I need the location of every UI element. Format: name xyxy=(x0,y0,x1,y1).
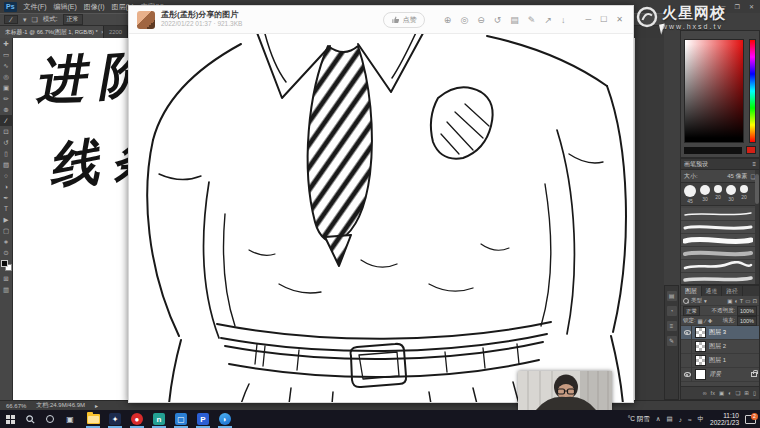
maximize-button[interactable]: ☐ xyxy=(600,15,607,24)
lock-pixels-icon[interactable]: ∕ xyxy=(705,318,706,324)
quick-mask-tool[interactable]: ⊞ xyxy=(0,273,13,284)
status-arrow-icon[interactable]: ▸ xyxy=(95,402,98,409)
fill-value[interactable]: 100% xyxy=(737,316,757,326)
type-tool[interactable]: T xyxy=(0,203,13,214)
hand-tool[interactable]: ∗ xyxy=(0,236,13,247)
current-color-swatch[interactable] xyxy=(746,146,756,154)
path-selection-tool[interactable]: ▶ xyxy=(0,214,13,225)
close-button[interactable]: ✕ xyxy=(616,15,623,24)
history-brush-tool[interactable]: ↺ xyxy=(0,137,13,148)
zoom-in-icon[interactable]: ⊕ xyxy=(444,15,452,25)
rotate-icon[interactable]: ↺ xyxy=(494,15,502,25)
share-icon[interactable]: ↗ xyxy=(544,15,552,25)
active-tool-icon[interactable]: ∕ xyxy=(4,15,18,24)
brush-panel-toggle-icon[interactable]: ❏ xyxy=(32,16,38,24)
collapsed-panel-icon[interactable]: ▤ xyxy=(667,291,677,301)
filter-smart-icon[interactable]: ⊡ xyxy=(752,298,757,304)
brush-tip[interactable]: 30 xyxy=(700,185,710,202)
zoom-level[interactable]: 66.67% xyxy=(6,403,26,409)
collapsed-panel-icon[interactable]: ◔ xyxy=(667,306,677,316)
document-tab-inactive[interactable]: 2200 xyxy=(104,26,128,38)
layer-row[interactable]: 背景 xyxy=(681,368,759,382)
layer-filter-label[interactable]: 类型 xyxy=(691,297,702,304)
quick-selection-tool[interactable]: ◎ xyxy=(0,71,13,82)
like-button[interactable]: 点赞 xyxy=(383,12,425,28)
taskbar-app-paint-tool[interactable]: ✦ xyxy=(104,410,126,428)
minimize-button[interactable]: ─ xyxy=(585,15,591,24)
taskbar-app-browser[interactable]: ▢ xyxy=(170,410,192,428)
blur-tool[interactable]: ○ xyxy=(0,170,13,181)
save-icon[interactable]: ↓ xyxy=(561,15,566,25)
color-swatches[interactable] xyxy=(1,260,12,271)
extract-text-icon[interactable]: ▤ xyxy=(510,15,519,25)
tool-caret-icon[interactable]: ▾ xyxy=(23,16,27,24)
taskbar-search-button[interactable] xyxy=(20,410,40,428)
zoom-out-icon[interactable]: ⊖ xyxy=(477,15,485,25)
taskbar-app-n[interactable]: n xyxy=(148,410,170,428)
filter-kind-icon[interactable]: ▣ xyxy=(727,298,732,304)
volume-icon[interactable]: ♪ xyxy=(679,416,682,423)
layer-thumbnail[interactable] xyxy=(695,327,706,338)
brush-stroke-preview[interactable] xyxy=(681,208,755,221)
brush-size-value[interactable]: 45 像素 xyxy=(727,172,747,181)
brush-tool[interactable]: ∕ xyxy=(0,115,13,126)
cortana-button[interactable] xyxy=(40,410,60,428)
layer-style-icon[interactable]: fx xyxy=(711,390,715,396)
layer-row[interactable]: 图层 3 xyxy=(681,326,759,340)
collapsed-panel-icon[interactable]: ✎ xyxy=(667,336,677,346)
menu-edit[interactable]: 编辑(E) xyxy=(54,2,77,12)
marquee-tool[interactable]: ▭ xyxy=(0,49,13,60)
foreground-color-swatch[interactable] xyxy=(1,260,8,267)
opacity-value[interactable]: 100% xyxy=(737,306,757,316)
tab-paths[interactable]: 路径 xyxy=(722,286,743,296)
close-button[interactable]: ✕ xyxy=(749,3,754,10)
new-layer-icon[interactable]: ⊞ xyxy=(744,390,749,396)
screen-mode-tool[interactable]: ▥ xyxy=(0,284,13,295)
tab-layers[interactable]: 图层 xyxy=(681,286,702,296)
brush-stroke-preview[interactable] xyxy=(681,221,755,234)
layer-thumbnail[interactable] xyxy=(695,341,706,352)
collapsed-panel-icon[interactable]: ≡ xyxy=(667,321,677,331)
visibility-toggle[interactable] xyxy=(683,354,692,368)
brush-stroke-preview[interactable] xyxy=(681,260,755,273)
layer-mask-icon[interactable]: ▣ xyxy=(719,390,724,396)
move-tool[interactable]: ✚ xyxy=(0,38,13,49)
crop-tool[interactable]: ▣ xyxy=(0,82,13,93)
delete-layer-icon[interactable]: ▯ xyxy=(753,390,756,396)
ime-indicator[interactable]: 中 xyxy=(698,415,705,424)
filter-adjustment-icon[interactable]: ◐ xyxy=(734,298,737,304)
filter-type-icon[interactable]: T xyxy=(740,298,743,304)
eyedropper-tool[interactable]: ✏ xyxy=(0,93,13,104)
viewer-titlebar[interactable]: 孟彤(孟彤)分享的图片 2022/01/22 01:37 · 921.3KB 点… xyxy=(129,6,633,34)
taskbar-app-qq[interactable]: ◗ xyxy=(214,410,236,428)
layer-group-icon[interactable]: ❏ xyxy=(735,390,740,396)
restore-button[interactable]: ❐ xyxy=(735,3,740,10)
action-center-button[interactable]: 2 xyxy=(745,415,756,424)
taskbar-app-music[interactable]: ● xyxy=(126,410,148,428)
layer-thumbnail[interactable] xyxy=(695,369,706,380)
hue-strip[interactable] xyxy=(749,39,756,143)
brush-tip[interactable]: 45 xyxy=(684,185,696,204)
layer-thumbnail[interactable] xyxy=(695,355,706,366)
pen-tool[interactable]: ✒ xyxy=(0,192,13,203)
adjustment-layer-icon[interactable]: ◐ xyxy=(728,390,731,396)
scrollbar[interactable] xyxy=(755,170,759,284)
layer-row[interactable]: 图层 1 xyxy=(681,354,759,368)
task-view-button[interactable]: ▣ xyxy=(60,410,80,428)
tray-icon[interactable]: ▤ xyxy=(667,415,673,423)
visibility-toggle[interactable] xyxy=(683,368,692,382)
saturation-brightness-box[interactable] xyxy=(684,39,744,143)
start-button[interactable] xyxy=(0,410,20,428)
tab-channels[interactable]: 通道 xyxy=(702,286,723,296)
filter-shape-icon[interactable]: ▭ xyxy=(745,298,750,304)
one-to-one-icon[interactable]: ◎ xyxy=(460,15,468,25)
brush-tip[interactable]: 30 xyxy=(726,185,736,202)
menu-file[interactable]: 文件(F) xyxy=(24,2,47,12)
brush-tip[interactable]: 20 xyxy=(740,185,748,200)
zoom-tool[interactable]: ⊙ xyxy=(0,247,13,258)
brush-stroke-preview[interactable] xyxy=(681,247,755,260)
network-icon[interactable]: ≈ xyxy=(688,416,692,423)
visibility-toggle[interactable] xyxy=(683,340,692,354)
document-tab-active[interactable]: 未标题-1 @ 66.7%(图层 1, RGB/8) * × xyxy=(0,26,104,38)
weather-widget[interactable]: °C 阴雪 xyxy=(628,415,650,424)
